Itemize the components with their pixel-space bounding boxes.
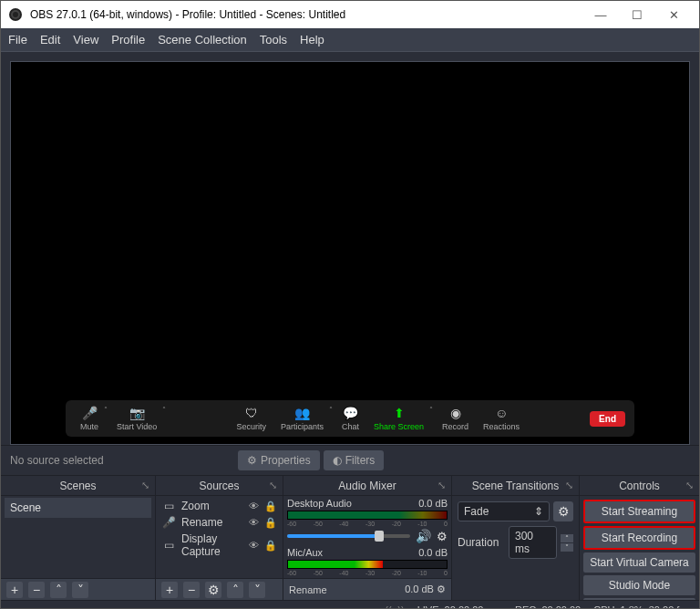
smile-icon: ☺	[495, 406, 508, 420]
close-button[interactable]: ✕	[655, 8, 692, 22]
menu-scene-collection[interactable]: Scene Collection	[158, 33, 247, 46]
display-icon: ▭	[161, 539, 176, 552]
mixer-db: 0.0 dB	[418, 498, 448, 509]
preview-area[interactable]: 🎤Mute˄ 📷Start Video˄ 🛡Security 👥Particip…	[10, 61, 690, 445]
camera-icon: 📷	[129, 406, 145, 420]
duration-spinner[interactable]: ˄˅	[561, 534, 573, 552]
maximize-button[interactable]: ☐	[619, 8, 655, 22]
studio-mode-button[interactable]: Studio Mode	[583, 575, 695, 595]
audio-meter	[287, 560, 448, 569]
source-down-button[interactable]: ˅	[249, 582, 265, 598]
duration-input[interactable]: 300 ms	[509, 526, 557, 559]
popout-icon[interactable]: ⤡	[438, 480, 446, 491]
start-recording-button[interactable]: Start Recording	[583, 526, 695, 550]
broadcast-icon: ((●))	[385, 604, 404, 610]
panel-transitions: Scene Transitions⤡ Fade⇕ ⚙ Duration 300 …	[452, 476, 580, 600]
mixer-name: Desktop Audio	[287, 498, 352, 509]
chevron-updown-icon: ⇕	[534, 505, 543, 518]
window-title: OBS 27.0.1 (64-bit, windows) - Profile: …	[30, 8, 345, 21]
obs-logo-icon	[8, 7, 23, 22]
window-icon: ▭	[161, 500, 176, 512]
menu-help[interactable]: Help	[300, 33, 324, 46]
minimize-button[interactable]: —	[582, 8, 619, 22]
panel-mixer: Audio Mixer⤡ Desktop Audio0.0 dB -60-50-…	[283, 476, 452, 600]
meter-ticks: -60-50-40-30-20-100	[287, 521, 448, 527]
menu-tools[interactable]: Tools	[260, 33, 287, 46]
source-item[interactable]: 🎤Rename👁🔒	[160, 514, 279, 531]
popout-icon[interactable]: ⤡	[685, 480, 694, 491]
mixer-item: Desktop Audio0.0 dB -60-50-40-30-20-100 …	[287, 498, 448, 543]
mixer-footer: Rename 0.0 dB ⚙	[283, 578, 451, 600]
scenes-toolbar: + − ˄ ˅	[1, 578, 155, 600]
menu-view[interactable]: View	[73, 33, 98, 46]
properties-button[interactable]: ⚙Properties	[238, 450, 320, 470]
remove-source-button[interactable]: −	[183, 582, 200, 598]
gear-icon[interactable]: ⚙	[437, 583, 446, 594]
menu-edit[interactable]: Edit	[40, 33, 60, 46]
status-bar: ((●)) LIVE: 00:00:00 ● REC: 00:00:00 CPU…	[1, 600, 699, 609]
audio-meter	[287, 511, 448, 520]
filter-icon: ◐	[333, 454, 342, 467]
menu-profile[interactable]: Profile	[111, 33, 145, 46]
settings-button[interactable]: Settings	[583, 598, 695, 600]
panel-title: Scene Transitions	[472, 480, 559, 492]
transition-settings-button[interactable]: ⚙	[553, 501, 573, 521]
start-streaming-button[interactable]: Start Streaming	[583, 500, 695, 523]
zoom-record-button[interactable]: ◉Record	[437, 406, 474, 431]
remove-scene-button[interactable]: −	[28, 582, 45, 598]
scene-up-button[interactable]: ˄	[50, 582, 67, 598]
scene-down-button[interactable]: ˅	[72, 582, 88, 598]
visibility-toggle[interactable]: 👁	[249, 540, 259, 551]
transition-select[interactable]: Fade⇕	[458, 501, 550, 521]
source-props-button[interactable]: ⚙	[205, 582, 221, 598]
mic-icon: 🎤	[161, 516, 176, 529]
zoom-end-button[interactable]: End	[590, 411, 625, 427]
lock-toggle[interactable]: 🔒	[264, 540, 277, 552]
menu-file[interactable]: File	[8, 33, 27, 46]
share-icon: ⬆	[394, 406, 405, 420]
filters-button[interactable]: ◐Filters	[324, 450, 385, 470]
meter-ticks: -60-50-40-30-20-100	[287, 570, 448, 576]
chevron-up-icon[interactable]: ˄	[329, 406, 333, 414]
speaker-icon[interactable]: 🔊	[416, 529, 431, 543]
volume-slider[interactable]	[287, 534, 410, 538]
source-item[interactable]: ▭Display Capture👁🔒	[160, 531, 279, 560]
scene-item[interactable]: Scene	[5, 498, 151, 518]
zoom-chat-button[interactable]: 💬Chat	[336, 406, 365, 431]
zoom-video-button[interactable]: 📷Start Video	[111, 406, 162, 431]
popout-icon[interactable]: ⤡	[565, 480, 573, 491]
record-dot-icon: ●	[496, 604, 502, 610]
chevron-up-icon[interactable]: ˄	[104, 406, 108, 414]
zoom-share-button[interactable]: ⬆Share Screen	[368, 406, 429, 431]
zoom-security-button[interactable]: 🛡Security	[231, 406, 272, 431]
lock-toggle[interactable]: 🔒	[264, 501, 277, 512]
source-up-button[interactable]: ˄	[227, 582, 243, 598]
zoom-participants-button[interactable]: 👥Participants	[275, 406, 329, 431]
zoom-reactions-button[interactable]: ☺Reactions	[478, 406, 525, 431]
add-source-button[interactable]: +	[161, 582, 178, 598]
lock-toggle[interactable]: 🔒	[264, 517, 277, 529]
menubar: File Edit View Profile Scene Collection …	[1, 28, 699, 52]
chevron-up-icon[interactable]: ˄	[162, 406, 166, 414]
panel-title: Audio Mixer	[338, 480, 396, 492]
mic-icon: 🎤	[82, 406, 98, 420]
status-rec: REC: 00:00:00	[515, 604, 581, 610]
popout-icon[interactable]: ⤡	[141, 480, 149, 491]
start-virtual-camera-button[interactable]: Start Virtual Camera	[583, 552, 695, 573]
mixer-db: 0.0 dB	[418, 547, 448, 558]
gear-icon[interactable]: ⚙	[437, 530, 448, 543]
add-scene-button[interactable]: +	[6, 582, 23, 598]
svg-point-2	[13, 12, 18, 17]
popout-icon[interactable]: ⤡	[269, 480, 277, 491]
window-titlebar: OBS 27.0.1 (64-bit, windows) - Profile: …	[1, 1, 699, 28]
gear-icon: ⚙	[247, 454, 257, 467]
zoom-mute-button[interactable]: 🎤Mute	[75, 406, 104, 431]
shield-icon: 🛡	[245, 406, 258, 420]
people-icon: 👥	[294, 406, 310, 420]
chevron-up-icon[interactable]: ˄	[429, 406, 433, 414]
visibility-toggle[interactable]: 👁	[249, 517, 259, 528]
panel-controls: Controls⤡ Start Streaming Start Recordin…	[580, 476, 699, 600]
source-item[interactable]: ▭Zoom👁🔒	[160, 498, 279, 514]
duration-label: Duration	[458, 536, 505, 549]
visibility-toggle[interactable]: 👁	[249, 501, 259, 511]
